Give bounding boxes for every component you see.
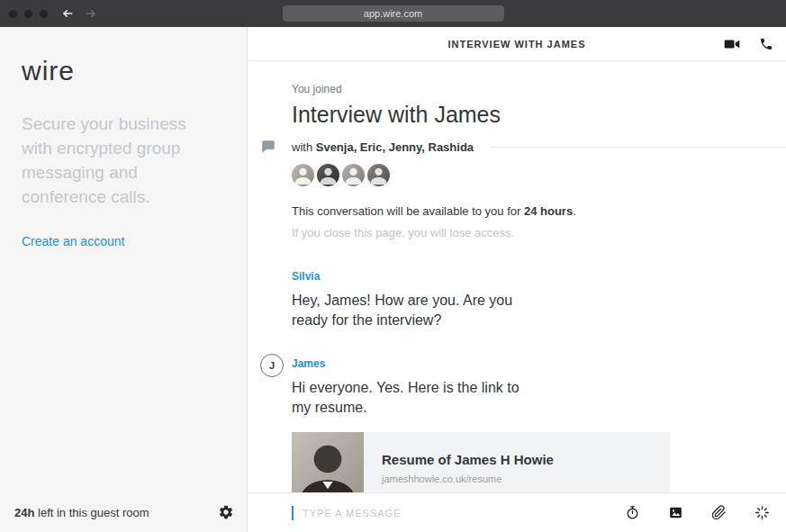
message-input[interactable]: TYPE A MESSAGE: [303, 508, 401, 518]
audio-call-icon[interactable]: [759, 37, 773, 51]
settings-gear-icon[interactable]: [218, 504, 234, 520]
video-call-icon[interactable]: [723, 35, 741, 53]
divider-line: [490, 147, 786, 148]
participant-avatar-svenja[interactable]: [292, 164, 314, 186]
message-line: Hey, James! How are you. Are you: [292, 291, 736, 311]
close-window-button[interactable]: [9, 10, 17, 18]
browser-window: app.wire.com wire Secure your business w…: [0, 0, 786, 532]
sender-name[interactable]: Silvia: [292, 270, 736, 283]
wire-logo: wire: [22, 56, 247, 86]
browser-chrome: app.wire.com: [0, 0, 786, 27]
participant-names: Svenja, Eric, Jenny, Rashida: [316, 140, 474, 154]
participant-avatar-jenny[interactable]: [342, 164, 365, 186]
sidebar: wire Secure your business with encrypted…: [0, 27, 248, 532]
avatar-james[interactable]: J: [260, 354, 284, 377]
ping-icon[interactable]: [754, 505, 770, 520]
guest-room-footer: 24h left in this guest room: [0, 492, 247, 532]
message-james: J James Hi everyone. Yes. Here is the li…: [248, 354, 786, 492]
message-composer[interactable]: TYPE A MESSAGE: [248, 492, 786, 532]
availability-duration: 24 hours: [524, 204, 573, 218]
conversation-panel: INTERVIEW WITH JAMES You joined: [248, 27, 786, 532]
conversation-header-title: INTERVIEW WITH JAMES: [447, 39, 585, 50]
message-line: my resume.: [292, 398, 736, 418]
chat-bubble-icon: [260, 139, 292, 155]
maximize-window-button[interactable]: [40, 10, 48, 18]
message-line: ready for the interview?: [292, 311, 736, 330]
timer-icon[interactable]: [625, 505, 640, 520]
message-text: Hey, James! How are you. Are you ready f…: [292, 291, 736, 330]
forward-icon[interactable]: [84, 6, 98, 21]
guest-room-timer-label: left in this guest room: [34, 506, 149, 519]
link-preview-card[interactable]: Resume of James H Howie jameshhowie.co.u…: [292, 432, 670, 492]
link-preview-image: [292, 432, 364, 492]
link-preview-url: jameshhowie.co.uk/resume: [382, 473, 554, 484]
you-joined-label: You joined: [292, 83, 736, 95]
back-icon[interactable]: [60, 6, 75, 21]
traffic-lights: [9, 10, 48, 18]
text-cursor: [292, 506, 294, 520]
link-preview-title: Resume of James H Howie: [382, 452, 554, 467]
availability-suffix: .: [573, 204, 576, 218]
sidebar-tagline: Secure your business with encrypted grou…: [22, 112, 212, 209]
attachment-icon[interactable]: [711, 505, 727, 520]
availability-prefix: This conversation will be available to y…: [292, 204, 524, 218]
message-silvia: Silvia Hey, James! How are you. Are you …: [248, 266, 786, 330]
address-bar[interactable]: app.wire.com: [283, 5, 504, 22]
create-account-link[interactable]: Create an account: [22, 234, 124, 248]
sender-name[interactable]: James: [292, 357, 736, 370]
conversation-header: INTERVIEW WITH JAMES: [248, 27, 786, 61]
availability-notice: This conversation will be available to y…: [292, 204, 736, 218]
guest-room-timer: 24h left in this guest room: [14, 506, 149, 519]
participant-avatar-eric[interactable]: [317, 164, 339, 186]
minimize-window-button[interactable]: [24, 10, 32, 18]
conversation-messages: You joined Interview with James with Sve…: [248, 61, 786, 492]
participant-avatar-rashida[interactable]: [367, 164, 390, 186]
access-warning: If you close this page, you will lose ac…: [292, 226, 736, 239]
message-line: Hi everyone. Yes. Here is the link to: [292, 378, 736, 398]
image-icon[interactable]: [668, 505, 683, 520]
participants-label: with Svenja, Eric, Jenny, Rashida: [292, 140, 474, 154]
with-prefix: with: [292, 140, 316, 154]
guest-room-timer-value: 24h: [14, 506, 34, 519]
message-text: Hi everyone. Yes. Here is the link to my…: [292, 378, 736, 418]
conversation-title: Interview with James: [292, 102, 736, 128]
